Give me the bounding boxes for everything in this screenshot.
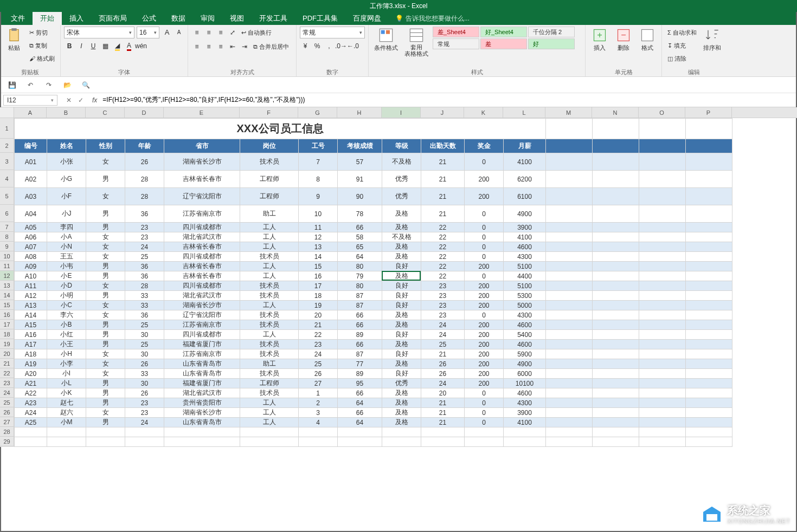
cell[interactable]: 200 — [465, 171, 504, 188]
row-header[interactable]: 25 — [0, 398, 14, 407]
paste-button[interactable]: 粘贴 — [3, 27, 25, 53]
cell[interactable] — [382, 427, 421, 437]
cell[interactable]: 山东省青岛市 — [164, 359, 240, 369]
cell[interactable] — [546, 408, 593, 418]
tab-insert[interactable]: 插入 — [62, 12, 91, 25]
cell[interactable]: 女 — [86, 408, 125, 418]
cell[interactable]: 女 — [86, 369, 125, 379]
cell[interactable]: 女 — [86, 232, 125, 242]
cell[interactable]: 22 — [421, 252, 465, 262]
cell[interactable]: 技术员 — [240, 281, 299, 291]
cell[interactable] — [639, 188, 686, 205]
cell[interactable]: 24 — [299, 349, 338, 359]
row-header[interactable]: 9 — [0, 242, 14, 251]
cell[interactable] — [686, 320, 732, 330]
cell[interactable]: 23 — [125, 398, 164, 408]
table-header[interactable]: 岗位 — [240, 139, 299, 153]
cell[interactable] — [546, 205, 593, 223]
cell[interactable]: A16 — [15, 330, 47, 340]
align-right-button[interactable]: ≡ — [215, 41, 226, 52]
cell[interactable]: 23 — [421, 281, 465, 291]
cell[interactable]: 25 — [125, 340, 164, 349]
col-header-L[interactable]: L — [503, 107, 545, 118]
cell[interactable]: 13 — [299, 242, 338, 252]
cell[interactable] — [593, 153, 639, 171]
tab-review[interactable]: 审阅 — [193, 12, 222, 25]
cell[interactable]: 工人 — [240, 223, 299, 232]
cell[interactable]: 22 — [421, 271, 465, 281]
cell[interactable] — [639, 119, 686, 139]
row-header[interactable]: 13 — [0, 281, 14, 290]
cell[interactable]: 男 — [86, 379, 125, 388]
cell[interactable]: 200 — [465, 291, 504, 301]
cell[interactable]: 22 — [421, 262, 465, 271]
cell[interactable]: 26 — [421, 359, 465, 369]
cell[interactable]: 5900 — [504, 349, 546, 359]
cell[interactable]: A14 — [15, 310, 47, 320]
cell[interactable]: 技术员 — [240, 153, 299, 171]
cell[interactable] — [639, 232, 686, 242]
col-header-P[interactable]: P — [685, 107, 732, 118]
cell[interactable] — [593, 379, 639, 388]
cell[interactable]: 男 — [86, 291, 125, 301]
cell[interactable] — [593, 291, 639, 301]
cell[interactable]: 女 — [86, 359, 125, 369]
col-header-I[interactable]: I — [382, 107, 421, 118]
cell[interactable]: 26 — [125, 388, 164, 398]
cell[interactable]: 福建省厦门市 — [164, 379, 240, 388]
col-header-C[interactable]: C — [86, 107, 125, 118]
cell[interactable]: 5000 — [504, 301, 546, 310]
fx-label[interactable]: fx — [89, 96, 100, 104]
cell[interactable]: 21 — [421, 205, 465, 223]
cell[interactable] — [465, 427, 504, 437]
tell-me-box[interactable]: 💡 告诉我您想要做什么... — [395, 12, 470, 25]
cell[interactable]: 4600 — [504, 242, 546, 252]
cell[interactable] — [546, 262, 593, 271]
cell[interactable]: 200 — [465, 369, 504, 379]
currency-button[interactable]: ¥ — [300, 41, 311, 51]
cell[interactable]: 女 — [86, 252, 125, 262]
cell[interactable]: 95 — [338, 379, 382, 388]
cell[interactable] — [546, 188, 593, 205]
orientation-button[interactable]: ⤢ — [227, 27, 238, 38]
cell[interactable] — [686, 232, 732, 242]
cell[interactable]: 25 — [125, 252, 164, 262]
cell[interactable]: 26 — [299, 369, 338, 379]
cell[interactable]: 23 — [299, 340, 338, 349]
cell[interactable]: 福建省厦门市 — [164, 340, 240, 349]
cell[interactable]: 山东省青岛市 — [164, 418, 240, 427]
cell[interactable]: 不及格 — [382, 232, 421, 242]
cell[interactable]: 辽宁省沈阳市 — [164, 310, 240, 320]
cell[interactable]: 28 — [125, 281, 164, 291]
cell[interactable]: 技术员 — [240, 388, 299, 398]
cell[interactable]: 及格 — [382, 398, 421, 408]
cell[interactable]: 小I — [47, 369, 86, 379]
cell[interactable]: 10 — [299, 205, 338, 223]
col-header-M[interactable]: M — [545, 107, 592, 118]
cell[interactable] — [686, 205, 732, 223]
cell[interactable]: 0 — [465, 271, 504, 281]
cell[interactable]: 25 — [299, 359, 338, 369]
cell[interactable]: 工人 — [240, 398, 299, 408]
cell[interactable]: 女 — [86, 242, 125, 252]
cell[interactable] — [593, 139, 639, 153]
tab-file[interactable]: 文件 — [3, 12, 33, 25]
cell[interactable]: 36 — [125, 262, 164, 271]
font-name-combo[interactable]: 宋体▾ — [64, 27, 134, 38]
cell[interactable] — [504, 427, 546, 437]
cell[interactable] — [686, 252, 732, 262]
cell[interactable]: 小D — [47, 281, 86, 291]
cell[interactable]: 33 — [125, 301, 164, 310]
style-comma2[interactable]: 千位分隔 2 — [528, 27, 575, 37]
cell[interactable]: 5400 — [504, 330, 546, 340]
cell[interactable] — [686, 310, 732, 320]
sort-filter-button[interactable]: 排序和 — [701, 27, 723, 53]
cell[interactable]: 24 — [421, 320, 465, 330]
cell[interactable]: 25 — [125, 320, 164, 330]
cell[interactable]: 0 — [465, 242, 504, 252]
row-header[interactable]: 12 — [0, 271, 14, 281]
cancel-formula-button[interactable]: ✕ — [64, 95, 74, 105]
cell[interactable]: 21 — [421, 398, 465, 408]
cell[interactable] — [546, 388, 593, 398]
cell[interactable] — [686, 398, 732, 408]
